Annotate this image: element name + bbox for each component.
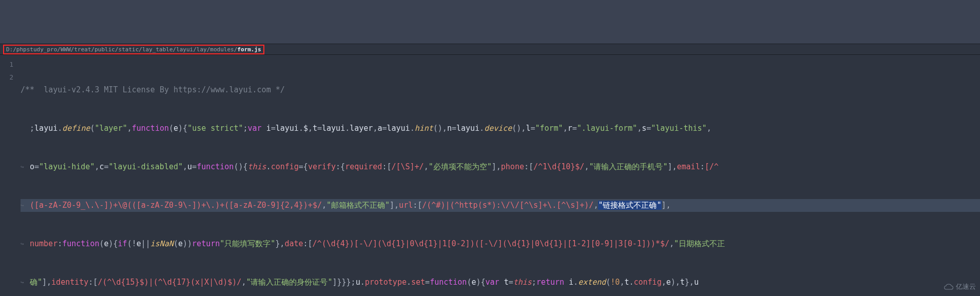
breadcrumb-bar: D:/phpstudy_pro/WWW/treat/public/static/… bbox=[0, 44, 980, 55]
line-number: 1 bbox=[0, 58, 13, 71]
wrap-arrow-icon: ↪ bbox=[21, 199, 24, 212]
code-line: ↪确"],identity:[/(^\d{15}$)|(^\d{17}(x|X|… bbox=[21, 276, 980, 289]
wrap-arrow-icon: ↪ bbox=[21, 161, 24, 173]
breadcrumb-path: D:/phpstudy_pro/WWW/treat/public/static/… bbox=[6, 46, 237, 53]
line-gutter: 1 2 bbox=[0, 55, 17, 296]
line-number: 2 bbox=[0, 71, 13, 84]
breadcrumb-file: form.js bbox=[237, 46, 261, 53]
breadcrumb-path-box[interactable]: D:/phpstudy_pro/WWW/treat/public/static/… bbox=[3, 45, 264, 54]
selected-text: "链接格式不正确" bbox=[598, 201, 661, 210]
code-line-highlighted: ↪([a-zA-Z0-9_\.\-])+\@(([a-zA-Z0-9\-])+\… bbox=[21, 199, 980, 212]
code-editor[interactable]: 1 2 /** layui-v2.4.3 MIT License By http… bbox=[0, 55, 980, 296]
code-line: ;layui.define("layer",function(e){"use s… bbox=[21, 122, 980, 135]
wrap-arrow-icon: ↪ bbox=[21, 276, 24, 289]
watermark-text: 亿速云 bbox=[956, 280, 976, 293]
code-line: /** layui-v2.4.3 MIT License By https://… bbox=[21, 84, 980, 96]
code-area[interactable]: /** layui-v2.4.3 MIT License By https://… bbox=[17, 55, 980, 296]
watermark: 亿速云 bbox=[944, 280, 976, 293]
wrap-arrow-icon: ↪ bbox=[21, 238, 24, 250]
code-line: ↪number:function(e){if(!e||isNaN(e))retu… bbox=[21, 238, 980, 250]
editor-top-area bbox=[0, 0, 980, 44]
cloud-icon bbox=[944, 283, 954, 290]
code-line: ↪o="layui-hide",c="layui-disabled",u=fun… bbox=[21, 161, 980, 173]
